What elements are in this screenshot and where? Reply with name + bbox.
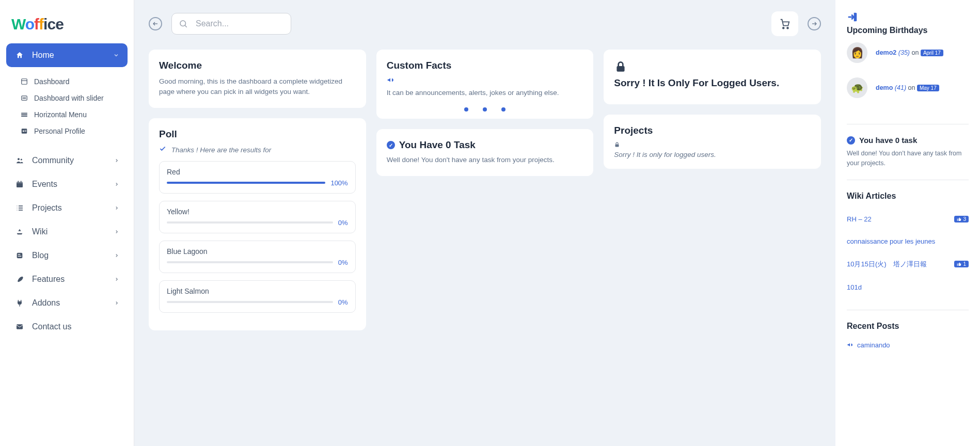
plug-icon <box>14 299 25 307</box>
svg-rect-25 <box>17 253 23 259</box>
svg-rect-16 <box>17 182 23 183</box>
sub-personal-profile[interactable]: Personal Profile <box>6 123 128 139</box>
poll-bar-bg <box>167 301 333 303</box>
sub-horizontal-menu[interactable]: Horizontal Menu <box>6 106 128 123</box>
svg-point-31 <box>180 21 186 26</box>
home-icon <box>14 51 25 59</box>
nav-home-label: Home <box>32 51 54 60</box>
dot[interactable] <box>464 107 468 112</box>
topbar <box>149 11 821 36</box>
nav-home[interactable]: Home <box>6 43 128 67</box>
nav-addons[interactable]: Addons <box>6 291 128 315</box>
chevron-right-icon <box>114 300 119 306</box>
avatar: 🐢 <box>847 77 867 98</box>
bullhorn-icon <box>847 342 853 348</box>
svg-line-32 <box>185 25 187 27</box>
svg-point-4 <box>24 98 24 98</box>
svg-rect-18 <box>21 181 21 182</box>
poll-pct: 100% <box>330 179 347 187</box>
lock-icon <box>614 60 811 73</box>
custom-title: Custom Facts <box>387 60 583 71</box>
side-task-section: ✓ You have 0 task Well done! You don't h… <box>847 136 969 180</box>
wiki-row[interactable]: RH – 223 <box>847 208 969 230</box>
search-input[interactable] <box>171 13 291 35</box>
poll-pct: 0% <box>338 298 348 306</box>
poll-bar-bg <box>167 261 333 263</box>
nav-label: Events <box>32 180 57 189</box>
wiki-link[interactable]: connaissance pour les jeunes <box>847 237 935 245</box>
chevron-right-icon <box>114 229 119 234</box>
nav-label: Wiki <box>32 227 48 236</box>
wiki-row[interactable]: 101d <box>847 276 969 298</box>
nav-label: Addons <box>32 298 60 308</box>
poll-bar-bg <box>167 182 325 184</box>
wiki-link[interactable]: 101d <box>847 283 862 291</box>
nav-label: Blog <box>32 251 49 260</box>
dot[interactable] <box>501 107 505 112</box>
birthday-age: (35) <box>898 49 910 56</box>
birthday-row[interactable]: 👩 demo2 (35) on April 17 <box>847 42 969 63</box>
poll-pct: 0% <box>338 219 348 227</box>
profile-icon <box>20 128 29 135</box>
poll-option[interactable]: Blue Lagoon 0% <box>159 241 356 273</box>
svg-rect-7 <box>21 114 27 115</box>
lock-icon <box>614 141 811 148</box>
avatar: 👩 <box>847 42 867 63</box>
birthday-row[interactable]: 🐢 demo (41) on May 17 <box>847 77 969 98</box>
carousel-dots[interactable] <box>387 107 583 112</box>
tasks-desc: Well done! You don't have any task from … <box>387 155 583 165</box>
check-circle-icon: ✓ <box>847 136 855 145</box>
birthdays-title: Upcoming Birthdays <box>847 26 969 35</box>
forward-button[interactable] <box>808 17 821 30</box>
locked-title: Sorry ! It Is Only For Logged Users. <box>614 77 811 89</box>
nav-wiki[interactable]: Wiki <box>6 220 128 244</box>
slider-icon <box>20 94 29 102</box>
svg-point-10 <box>23 131 24 132</box>
nav-blog[interactable]: Blog <box>6 244 128 267</box>
cart-button[interactable] <box>771 11 798 36</box>
wiki-link[interactable]: 10月15日(火) 塔ノ澤日報 <box>847 260 927 269</box>
side-task-title-row: ✓ You have 0 task <box>847 136 969 145</box>
dot[interactable] <box>483 107 487 112</box>
nav-label: Features <box>32 275 65 284</box>
poll-option[interactable]: Light Salmon 0% <box>159 280 356 313</box>
tasks-card: ✓ You Have 0 Task Well done! You don't h… <box>376 129 594 176</box>
welcome-title: Welcome <box>159 60 356 71</box>
poll-option-label: Yellow! <box>167 208 348 216</box>
back-button[interactable] <box>149 17 162 30</box>
post-row[interactable]: caminando <box>847 338 969 352</box>
poll-option-label: Red <box>167 168 348 176</box>
poll-option[interactable]: Red 100% <box>159 161 356 194</box>
birthdays-section: Upcoming Birthdays 👩 demo2 (35) on April… <box>847 11 969 124</box>
chevron-down-icon <box>113 52 119 58</box>
tasks-title-row: ✓ You Have 0 Task <box>387 139 583 151</box>
poll-option[interactable]: Yellow! 0% <box>159 201 356 233</box>
svg-point-5 <box>25 98 26 98</box>
posts-section: Recent Posts caminando <box>847 322 969 363</box>
wiki-row[interactable]: connaissance pour les jeunes <box>847 230 969 252</box>
svg-point-14 <box>21 158 22 160</box>
nav-events[interactable]: Events <box>6 172 128 196</box>
chevron-right-icon <box>114 158 119 163</box>
birthday-age: (41) <box>895 84 906 91</box>
custom-facts-card: Custom Facts It can be announcements, al… <box>376 50 594 119</box>
birthday-date: April 17 <box>921 50 943 56</box>
sub-dashboard[interactable]: Dashboard <box>6 73 128 90</box>
svg-rect-36 <box>617 66 625 72</box>
nav-contact[interactable]: Contact us <box>6 315 128 339</box>
main-content: Welcome Good morning, this is the dashbo… <box>134 0 835 446</box>
wiki-link[interactable]: RH – 22 <box>847 215 872 223</box>
wiki-row[interactable]: 10月15日(火) 塔ノ澤日報1 <box>847 252 969 276</box>
right-panel: Upcoming Birthdays 👩 demo2 (35) on April… <box>835 0 980 446</box>
nav-community[interactable]: Community <box>6 149 128 172</box>
sub-dashboard-slider[interactable]: Dashboard with slider <box>6 90 128 106</box>
tasks-title: You Have 0 Task <box>399 139 476 151</box>
logo[interactable]: Woffice <box>6 10 128 43</box>
nav-features[interactable]: Features <box>6 267 128 291</box>
locked-card: Sorry ! It Is Only For Logged Users. <box>604 50 821 104</box>
blog-icon <box>14 251 25 260</box>
feather-icon <box>14 275 25 283</box>
svg-rect-29 <box>17 324 23 329</box>
poll-title: Poll <box>159 129 356 140</box>
nav-projects[interactable]: Projects <box>6 196 128 220</box>
